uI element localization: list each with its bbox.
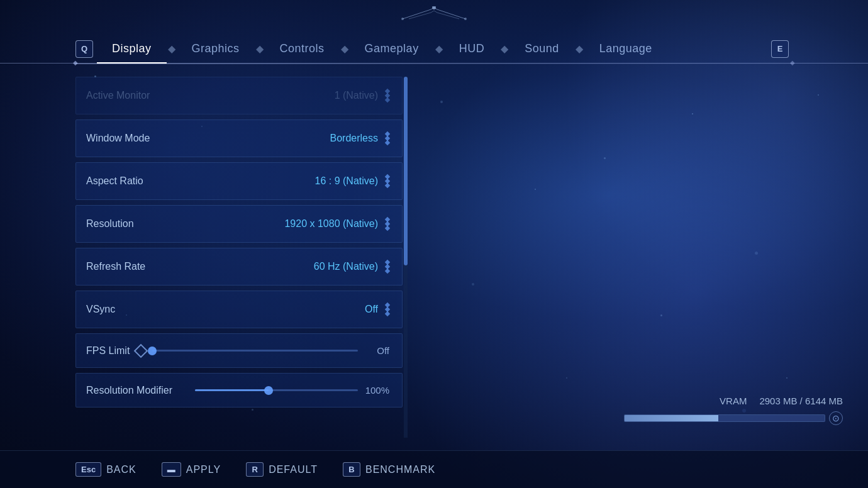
tab-graphics[interactable]: Graphics [177, 35, 255, 63]
resolution-arrows [386, 218, 389, 230]
apply-key-badge: ▬ [162, 462, 181, 477]
setting-row-window-mode[interactable]: Window Mode Borderless [75, 119, 403, 157]
back-button[interactable]: Esc BACK [75, 462, 136, 477]
aspect-ratio-value-area: 16 : 9 (Native) [315, 175, 389, 187]
window-mode-value: Borderless [330, 133, 378, 144]
vsync-value-area: Off [365, 303, 389, 316]
refresh-rate-value-area: 60 Hz (Native) [314, 260, 389, 273]
resolution-modifier-value: 100% [364, 385, 389, 396]
window-mode-arrows [386, 132, 389, 145]
fps-limit-slider-container: Off [136, 345, 389, 356]
nav-sep-2: ◆ [256, 43, 264, 55]
aspect-ratio-value: 16 : 9 (Native) [315, 175, 378, 187]
vram-label: VRAM [720, 396, 747, 406]
vram-settings-icon[interactable]: ⊙ [829, 411, 843, 425]
scrollbar-thumb[interactable] [404, 77, 408, 265]
fps-limit-value: Off [364, 345, 389, 356]
nav-bar: Q Display ◆ Graphics ◆ Controls ◆ Gamepl… [0, 35, 868, 64]
refresh-rate-arrows [386, 260, 389, 273]
vram-bar-container: ⊙ [433, 411, 868, 425]
apply-button[interactable]: ▬ APPLY [162, 462, 221, 477]
settings-panel: Active Monitor 1 (Native) Window Mode Bo… [75, 77, 403, 438]
setting-row-active-monitor[interactable]: Active Monitor 1 (Native) [75, 77, 403, 114]
setting-row-resolution-modifier[interactable]: Resolution Modifier 100% [75, 373, 403, 408]
svg-point-2 [464, 18, 467, 20]
setting-row-vsync[interactable]: VSync Off [75, 291, 403, 328]
back-label: BACK [106, 464, 136, 475]
window-mode-label: Window Mode [86, 133, 150, 144]
tab-controls[interactable]: Controls [265, 35, 340, 63]
active-monitor-arrows [386, 89, 389, 102]
main-container: Q Display ◆ Graphics ◆ Controls ◆ Gamepl… [0, 0, 868, 488]
setting-row-refresh-rate[interactable]: Refresh Rate 60 Hz (Native) [75, 248, 403, 286]
vram-used-bar [625, 415, 718, 421]
apply-label: APPLY [186, 464, 221, 475]
fps-limit-slider-track[interactable] [152, 350, 358, 352]
tab-gameplay[interactable]: Gameplay [350, 35, 434, 63]
setting-row-aspect-ratio[interactable]: Aspect Ratio 16 : 9 (Native) [75, 162, 403, 200]
nav-sep-3: ◆ [341, 43, 348, 55]
vsync-arrows [386, 303, 389, 316]
resolution-modifier-slider-container: 100% [179, 385, 389, 396]
tab-hud[interactable]: HUD [444, 35, 500, 63]
active-monitor-value-area: 1 (Native) [335, 89, 389, 102]
refresh-rate-label: Refresh Rate [86, 261, 145, 272]
nav-sep-4: ◆ [435, 43, 443, 55]
vsync-value: Off [365, 304, 378, 315]
resolution-modifier-slider-fill [195, 389, 269, 391]
fps-limit-slider-handle[interactable] [148, 347, 157, 355]
window-mode-value-area: Borderless [330, 132, 389, 145]
active-monitor-label: Active Monitor [86, 90, 150, 101]
fps-limit-diamond-icon [134, 343, 148, 358]
default-key-badge: R [246, 462, 264, 477]
nav-sep-1: ◆ [168, 43, 175, 55]
tab-sound[interactable]: Sound [509, 35, 574, 63]
setting-row-resolution[interactable]: Resolution 1920 x 1080 (Native) [75, 205, 403, 243]
nav-border-line [75, 64, 793, 64]
content-area: Active Monitor 1 (Native) Window Mode Bo… [0, 64, 868, 488]
default-label: DEFAULT [269, 464, 318, 475]
settings-scrollbar[interactable] [404, 77, 408, 438]
setting-row-fps-limit[interactable]: FPS Limit Off [75, 333, 403, 368]
vram-value: 2903 MB / 6144 MB [759, 396, 843, 406]
resolution-modifier-label: Resolution Modifier [86, 385, 172, 396]
vram-panel: VRAM 2903 MB / 6144 MB ⊙ [408, 77, 868, 438]
nav-sep-5: ◆ [501, 43, 508, 55]
benchmark-button[interactable]: B BENCHMARK [343, 462, 435, 477]
top-ornament [0, 0, 868, 35]
fps-limit-label: FPS Limit [86, 345, 130, 357]
svg-point-0 [432, 6, 436, 9]
benchmark-label: BENCHMARK [365, 464, 435, 475]
aspect-ratio-arrows [386, 175, 389, 187]
resolution-modifier-slider-handle[interactable] [264, 386, 273, 395]
back-key-badge: Esc [75, 462, 101, 477]
tab-language[interactable]: Language [584, 35, 667, 63]
vram-bar [624, 414, 825, 422]
vram-available-bar [718, 415, 825, 421]
resolution-label: Resolution [86, 218, 134, 230]
refresh-rate-value: 60 Hz (Native) [314, 261, 378, 272]
aspect-ratio-label: Aspect Ratio [86, 175, 143, 187]
default-button[interactable]: R DEFAULT [246, 462, 318, 477]
nav-sep-6: ◆ [576, 43, 583, 55]
ornament-svg [396, 6, 472, 31]
vsync-label: VSync [86, 304, 115, 315]
svg-point-1 [401, 18, 404, 20]
active-monitor-value: 1 (Native) [335, 90, 378, 101]
nav-left-key[interactable]: Q [75, 40, 93, 58]
vram-info-row: VRAM 2903 MB / 6144 MB [433, 396, 868, 406]
benchmark-key-badge: B [343, 462, 360, 477]
resolution-value: 1920 x 1080 (Native) [284, 218, 378, 230]
tab-display[interactable]: Display [97, 35, 167, 63]
nav-right-key[interactable]: E [771, 40, 789, 58]
resolution-modifier-slider-track[interactable] [195, 389, 358, 391]
resolution-value-area: 1920 x 1080 (Native) [284, 218, 389, 230]
bottom-bar: Esc BACK ▬ APPLY R DEFAULT B BENCHMARK [0, 450, 868, 488]
